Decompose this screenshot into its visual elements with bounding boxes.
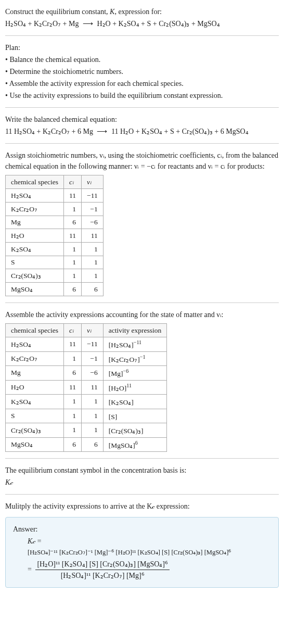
cell-activity: [S] (103, 409, 167, 423)
cell-v: −11 (82, 189, 104, 203)
cell-species: K₂Cr₂O₇ (6, 203, 64, 216)
col-vi: νᵢ (82, 175, 104, 189)
cell-species: Mg (6, 216, 64, 229)
cell-species: H₂O (6, 380, 64, 395)
title-prefix: Construct the equilibrium constant, (5, 8, 110, 16)
stoich-section: Assign stoichiometric numbers, νᵢ, using… (5, 150, 279, 296)
table-row: MgSO₄66 (6, 283, 104, 296)
stoich-intro: Assign stoichiometric numbers, νᵢ, using… (5, 150, 279, 172)
kc-fraction-line: = [H₂O]¹¹ [K₂SO₄] [S] [Cr₂(SO₄)₃] [MgSO₄… (28, 559, 271, 581)
cell-v: −1 (82, 203, 104, 216)
cell-activity: [K₂SO₄] (103, 395, 167, 409)
cell-c: 11 (64, 229, 82, 243)
cell-c: 1 (64, 256, 82, 269)
cell-c: 1 (64, 423, 82, 438)
cell-species: Cr₂(SO₄)₃ (6, 423, 64, 438)
stoich-table: chemical species cᵢ νᵢ H₂SO₄11−11 K₂Cr₂O… (5, 175, 104, 296)
table-row: Mg6−6[Mg]−6 (6, 366, 167, 381)
table-row: K₂Cr₂O₇1−1 (6, 203, 104, 216)
cell-species: Cr₂(SO₄)₃ (6, 269, 64, 283)
multiply-section: Mulitply the activity expressions to arr… (5, 501, 279, 512)
activity-intro: Assemble the activity expressions accoun… (5, 309, 279, 320)
title-k: K (110, 8, 114, 16)
cell-activity: [H₂SO₄]−11 (103, 337, 167, 352)
table-row: Cr₂(SO₄)₃11[Cr₂(SO₄)₃] (6, 423, 167, 438)
problem-header: Construct the equilibrium constant, K, e… (5, 6, 279, 29)
table-row: Mg6−6 (6, 216, 104, 229)
table-header-row: chemical species cᵢ νᵢ (6, 175, 104, 189)
problem-title: Construct the equilibrium constant, K, e… (5, 6, 279, 17)
plan-item: • Use the activity expressions to build … (5, 90, 279, 101)
cell-c: 1 (64, 269, 82, 283)
cell-v: 1 (82, 243, 104, 256)
table-row: Cr₂(SO₄)₃11 (6, 269, 104, 283)
cell-c: 1 (64, 203, 82, 216)
kc-product: [H₂SO₄]⁻¹¹ [K₂Cr₂O₇]⁻¹ [Mg]⁻⁶ [H₂O]¹¹ [K… (28, 548, 271, 558)
cell-v: 11 (82, 229, 104, 243)
unbalanced-equation: H₂SO₄ + K₂Cr₂O₇ + Mg ⟶ H₂O + K₂SO₄ + S +… (5, 18, 279, 29)
plan-item: • Assemble the activity expression for e… (5, 78, 279, 89)
col-vi: νᵢ (82, 324, 104, 337)
cell-c: 1 (64, 409, 82, 423)
cell-species: K₂SO₄ (6, 243, 64, 256)
cell-c: 6 (64, 216, 82, 229)
cell-c: 6 (64, 283, 82, 296)
table-row: H₂O1111[H₂O]11 (6, 380, 167, 395)
cell-c: 1 (64, 243, 82, 256)
answer-title: Answer: (13, 524, 271, 535)
table-row: K₂SO₄11 (6, 243, 104, 256)
col-species: chemical species (6, 175, 64, 189)
table-row: K₂Cr₂O₇1−1[K₂Cr₂O₇]−1 (6, 351, 167, 366)
title-suffix: , expression for: (114, 8, 162, 16)
balanced-equation: 11 H₂SO₄ + K₂Cr₂O₇ + 6 Mg ⟶ 11 H₂O + K₂S… (5, 126, 279, 137)
eq-rhs: H₂O + K₂SO₄ + S + Cr₂(SO₄)₃ + MgSO₄ (97, 20, 220, 28)
cell-species: H₂SO₄ (6, 337, 64, 352)
cell-activity: [Mg]−6 (103, 366, 167, 381)
table-row: H₂O1111 (6, 229, 104, 243)
balanced-lhs: 11 H₂SO₄ + K₂Cr₂O₇ + 6 Mg (5, 128, 93, 135)
cell-c: 6 (64, 437, 82, 452)
plan-item: • Balance the chemical equation. (5, 54, 279, 65)
table-row: K₂SO₄11[K₂SO₄] (6, 395, 167, 409)
col-ci: cᵢ (64, 175, 82, 189)
cell-species: S (6, 409, 64, 423)
cell-species: MgSO₄ (6, 437, 64, 452)
cell-activity: [H₂O]11 (103, 380, 167, 395)
plan-section: Plan: • Balance the chemical equation. •… (5, 42, 279, 101)
symbol-line1: The equilibrium constant symbol in the c… (5, 465, 279, 476)
cell-species: H₂SO₄ (6, 189, 64, 203)
divider (5, 494, 279, 495)
answer-body: K𝒸 = [H₂SO₄]⁻¹¹ [K₂Cr₂O₇]⁻¹ [Mg]⁻⁶ [H₂O]… (13, 536, 271, 581)
cell-c: 1 (64, 395, 82, 409)
arrow-icon: ⟶ (95, 128, 109, 135)
cell-c: 11 (64, 380, 82, 395)
plan-title: Plan: (5, 42, 279, 53)
balanced-rhs: 11 H₂O + K₂SO₄ + S + Cr₂(SO₄)₃ + 6 MgSO₄ (111, 128, 249, 135)
cell-species: K₂Cr₂O₇ (6, 351, 64, 366)
kc-symbol: K𝒸 (5, 477, 279, 488)
col-species: chemical species (6, 324, 64, 337)
kc-eq-line: K𝒸 = (28, 536, 271, 547)
cell-v: −6 (82, 366, 104, 381)
divider (5, 458, 279, 459)
balanced-section: Write the balanced chemical equation: 11… (5, 114, 279, 137)
col-activity: activity expression (103, 324, 167, 337)
table-row: MgSO₄66[MgSO₄]6 (6, 437, 167, 452)
kc-fraction: [H₂O]¹¹ [K₂SO₄] [S] [Cr₂(SO₄)₃] [MgSO₄]⁶… (35, 559, 170, 581)
cell-v: −1 (82, 351, 104, 366)
table-row: H₂SO₄11−11[H₂SO₄]−11 (6, 337, 167, 352)
table-row: H₂SO₄11−11 (6, 189, 104, 203)
activity-table: chemical species cᵢ νᵢ activity expressi… (5, 323, 167, 452)
cell-species: S (6, 256, 64, 269)
table-row: S11[S] (6, 409, 167, 423)
plan-item: • Determine the stoichiometric numbers. (5, 66, 279, 77)
cell-v: 1 (82, 256, 104, 269)
cell-v: −6 (82, 216, 104, 229)
cell-v: 6 (82, 283, 104, 296)
divider (5, 107, 279, 108)
cell-activity: [Cr₂(SO₄)₃] (103, 423, 167, 438)
cell-v: 1 (82, 409, 104, 423)
cell-v: 6 (82, 437, 104, 452)
cell-species: K₂SO₄ (6, 395, 64, 409)
cell-v: 11 (82, 380, 104, 395)
